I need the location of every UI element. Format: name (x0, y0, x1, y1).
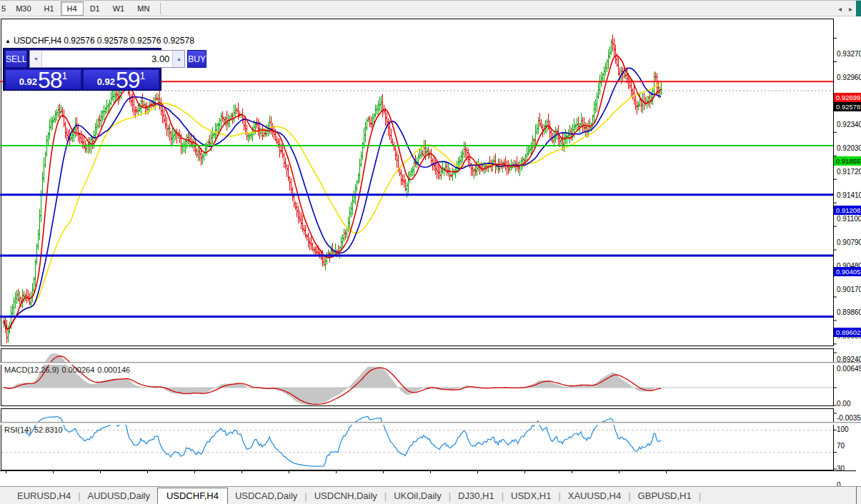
price-tick-label: 0.89240 (837, 356, 861, 363)
buy-button[interactable]: BUY (187, 50, 206, 68)
buy-price[interactable]: 0.92591 (83, 69, 159, 90)
pane-separator[interactable] (0, 362, 861, 365)
price-tick-label: 0.92960 (837, 74, 861, 81)
sell-button[interactable]: SELL (5, 50, 27, 68)
rsi-tick-label: 100 (837, 425, 849, 433)
tabbar-edge-line (856, 486, 857, 504)
price-tick-label: 0.91720 (837, 168, 861, 176)
rsi-label: RSI(14) (4, 425, 31, 434)
timeframe-button-d1[interactable]: D1 (84, 1, 106, 16)
sell-price-sup: 1 (62, 71, 68, 80)
tab-usdcad-daily[interactable]: USDCAD,Daily (228, 488, 304, 503)
volume-decrease-button[interactable]: ▼ (30, 51, 42, 67)
price-badge-0.92578: 0.92578 (834, 102, 861, 111)
rsi-label-row: RSI(14)52.8310 (4, 425, 66, 434)
volume-increase-button[interactable]: ▲ (172, 51, 184, 67)
price-tick-label: 0.90790 (837, 238, 861, 246)
macd-label: MACD(12,26,9) (4, 366, 59, 374)
rsi-value: 52.8310 (34, 425, 63, 434)
chart-collapse-icon[interactable]: ▲ (5, 38, 11, 44)
price-badge-0.89602: 0.89602 (834, 328, 861, 337)
timeframe-button-mn[interactable]: MN (131, 1, 156, 16)
timeframe-button-m30[interactable]: M30 (9, 1, 37, 16)
rsi-tick-label: 70 (837, 442, 845, 450)
price-badge-0.90405: 0.90405 (834, 267, 861, 276)
ohlc-high: 0.92578 (97, 36, 128, 46)
tab-dj30-h1[interactable]: DJ30,H1 (451, 488, 502, 503)
toolbar-divider (160, 3, 161, 14)
macd-tick-label: 0.006451 (837, 365, 861, 373)
macd-signal-value: 0.000146 (97, 366, 130, 374)
price-tick-label: 0.92340 (837, 121, 861, 128)
sell-price-big: 58 (38, 71, 62, 89)
sell-price-prefix: 0.92 (19, 76, 37, 87)
timeframe-button-h4[interactable]: H4 (61, 1, 84, 16)
trading-app-window: 5M30H1H4D1W1MN ▲USDCHF,H40.925760.925780… (0, 0, 861, 504)
tab-eurusd-h4[interactable]: EURUSD,H4 (10, 488, 78, 503)
price-tick-label: 0.89860 (837, 308, 861, 316)
macd-tick-label: 0.00 (837, 400, 850, 408)
tab-separator: | (699, 490, 701, 501)
buy-price-prefix: 0.92 (97, 76, 115, 87)
buy-price-big: 59 (116, 71, 140, 89)
ohlc-close: 0.92578 (163, 36, 194, 46)
sell-price[interactable]: 0.92581 (5, 69, 81, 90)
chart-symbol: USDCHF,H4 (14, 36, 61, 46)
price-badge-0.92699: 0.92699 (834, 93, 861, 102)
macd-main-value: 0.000264 (61, 366, 94, 374)
tab-scroll-right-button[interactable]: ▸ (849, 5, 852, 13)
ohlc-open: 0.92576 (64, 36, 94, 46)
timeframe-toolbar: 5M30H1H4D1W1MN (0, 1, 856, 16)
pane-separator[interactable] (0, 422, 861, 425)
price-badge-0.91208: 0.91208 (834, 206, 861, 215)
price-tick-label: 0.91410 (837, 191, 861, 199)
price-tick-label: 0.92030 (837, 144, 861, 152)
tab-usdchf-h4[interactable]: USDCHF,H4 (157, 488, 228, 504)
chart-window: ▲USDCHF,H40.925760.925780.925760.92578 S… (0, 16, 861, 486)
macd-tick-label: -0.00350 (837, 414, 861, 422)
rsi-tick-label: 30 (837, 465, 845, 473)
tab-gbpusd-h1[interactable]: GBPUSD,H1 (631, 488, 699, 503)
chart-title: ▲USDCHF,H40.925760.925780.925760.92578 (5, 36, 196, 46)
volume-input[interactable] (42, 51, 172, 67)
price-tick-label: 0.90170 (837, 286, 861, 293)
timeframe-button-w1[interactable]: W1 (106, 1, 131, 16)
timeframe-button-h1[interactable]: H1 (38, 1, 61, 16)
macd-label-row: MACD(12,26,9)0.0002640.000146 (4, 366, 133, 374)
price-tick-label: 0.91100 (837, 215, 861, 223)
price-tick-label: 0.93270 (837, 50, 861, 58)
timeframe-button-5[interactable]: 5 (0, 1, 9, 16)
tab-scroll-left-button[interactable]: ◂ (838, 5, 842, 13)
buy-price-sup: 1 (140, 71, 146, 80)
volume-stepper: ▼ ▲ (29, 50, 185, 68)
tab-usdx-h1[interactable]: USDX,H1 (504, 488, 558, 503)
tab-audusd-daily[interactable]: AUDUSD,Daily (81, 488, 157, 503)
tab-usdcnh-daily[interactable]: USDCNH,Daily (307, 488, 384, 503)
tab-ukoil-daily[interactable]: UKOil,Daily (387, 488, 448, 503)
window-edge-strip (856, 1, 861, 16)
ohlc-low: 0.92576 (130, 36, 161, 46)
one-click-trading-panel: SELL ▼ ▲ BUY 0.92581 0.92591 (3, 48, 161, 91)
chart-tab-bar: EURUSD,H4|AUDUSD,DailyUSDCHF,H4USDCAD,Da… (0, 486, 861, 504)
tab-xauusd-h4[interactable]: XAUUSD,H4 (561, 488, 628, 503)
price-badge-0.91855: 0.91855 (834, 156, 861, 166)
